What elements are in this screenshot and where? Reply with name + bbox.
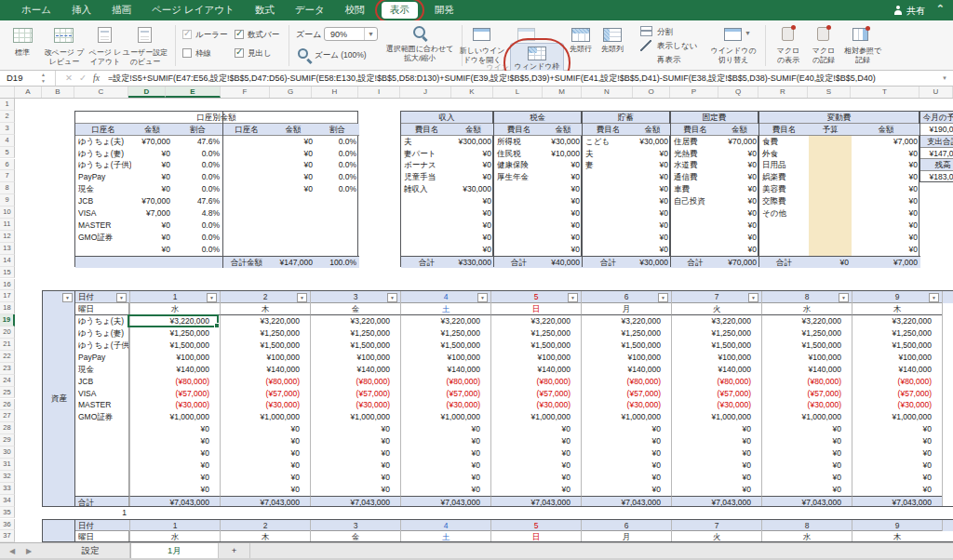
page-layout-view-button[interactable]: ページ レイアウト [87, 48, 124, 67]
cell[interactable]: ¥140,000 [671, 364, 761, 376]
tab-view-active-annotated[interactable]: 表示 [382, 2, 418, 19]
cell[interactable]: ¥0 [581, 484, 671, 496]
tab-formulas[interactable]: 数式 [255, 4, 275, 17]
sheet-nav-right-icon[interactable]: ▶ [26, 547, 32, 555]
cell[interactable]: ¥30,000 [544, 136, 583, 148]
cell[interactable]: ¥0 [581, 435, 671, 447]
cell[interactable] [583, 183, 634, 195]
cell[interactable]: ¥300,000 [452, 136, 494, 148]
cell[interactable]: ¥1,000,000 [671, 411, 761, 423]
cell[interactable]: (¥30,000) [581, 399, 671, 411]
cell[interactable]: ¥0 [310, 435, 400, 447]
column-header-A[interactable]: A [15, 87, 42, 98]
cell[interactable]: ¥0 [400, 447, 490, 460]
cell[interactable] [401, 220, 452, 232]
cell[interactable]: ¥0 [634, 232, 671, 244]
filter-button[interactable]: ▼ [748, 293, 758, 302]
cell[interactable]: ¥0 [761, 460, 852, 472]
row-header-9[interactable]: 9 [0, 194, 15, 207]
cell[interactable]: (¥30,000) [671, 399, 761, 411]
column-header-P[interactable]: P [670, 87, 718, 98]
cell[interactable]: ¥0 [634, 159, 671, 171]
cell[interactable]: 美容費 [759, 183, 809, 195]
cell[interactable] [222, 244, 271, 256]
cell[interactable]: ¥0 [131, 148, 173, 160]
custom-views-button[interactable]: ユーザー設定のビュー [121, 48, 169, 67]
cell[interactable] [315, 244, 359, 256]
day-of-week[interactable]: 火 [671, 303, 761, 315]
cell[interactable] [809, 232, 852, 244]
cell[interactable]: 住居費 [671, 136, 719, 148]
asset-total-value[interactable]: ¥7,043,000 [671, 496, 761, 507]
cell[interactable]: ¥3,220,000 [852, 315, 942, 327]
cell[interactable]: ¥70,000 [719, 136, 759, 148]
cell[interactable]: ¥0 [671, 472, 761, 484]
cell[interactable] [222, 159, 271, 171]
cell[interactable]: ¥0 [220, 447, 310, 460]
row-header-1[interactable]: 1 [0, 99, 15, 111]
day-of-week[interactable]: 木 [852, 303, 942, 315]
cell[interactable]: ¥0 [719, 232, 759, 244]
cell[interactable]: (¥30,000) [490, 399, 581, 411]
cell[interactable]: ¥0 [761, 435, 852, 447]
cell[interactable]: (¥80,000) [761, 376, 852, 388]
cell[interactable] [315, 232, 359, 244]
cell[interactable]: ¥1,250,000 [852, 327, 942, 340]
account-balance-table-total[interactable]: 合計金額 [222, 256, 271, 268]
cell[interactable]: ¥0 [490, 447, 581, 460]
cell[interactable] [271, 232, 315, 244]
cell[interactable]: ¥0 [544, 244, 583, 256]
income-table-total[interactable]: ¥330,000 [452, 256, 494, 268]
cell[interactable] [671, 220, 719, 232]
fixed-cost-table-total[interactable]: ¥70,000 [719, 256, 759, 268]
cell[interactable]: 47.6% [173, 136, 222, 148]
cell[interactable] [271, 220, 315, 232]
row-header-11[interactable]: 11 [0, 219, 15, 231]
cell[interactable]: ¥0 [452, 244, 494, 256]
cell[interactable]: 0.0% [315, 148, 359, 160]
cell[interactable]: 0.0% [173, 244, 222, 256]
cell[interactable]: ¥0 [634, 171, 671, 183]
row-header-8[interactable]: 8 [0, 182, 15, 194]
row-header-22[interactable]: 22 [0, 351, 15, 363]
cell[interactable]: (¥57,000) [129, 388, 220, 400]
cell[interactable]: ¥0 [852, 207, 920, 220]
day-of-week[interactable]: 水 [761, 303, 852, 315]
variable-cost-table-total[interactable]: ¥7,000 [852, 256, 920, 268]
column-header-G[interactable]: G [270, 87, 312, 98]
cell[interactable]: (¥57,000) [310, 388, 400, 400]
cell[interactable]: ¥140,000 [761, 364, 852, 376]
cell[interactable] [809, 148, 852, 160]
cell[interactable] [75, 244, 131, 256]
cell[interactable]: ¥0 [634, 244, 671, 256]
cell[interactable] [401, 207, 452, 220]
cell[interactable]: ¥0 [852, 472, 942, 484]
cell[interactable]: 自己投資 [671, 195, 719, 207]
date-number[interactable]: 3 [310, 520, 400, 532]
cell[interactable]: ¥1,250,000 [490, 327, 581, 340]
cell[interactable]: ボーナス [401, 159, 452, 171]
cell[interactable]: ¥0 [852, 460, 942, 472]
day-of-week[interactable]: 土 [400, 531, 490, 542]
cell[interactable] [583, 220, 634, 232]
cell[interactable]: ¥0 [129, 484, 220, 496]
cell[interactable]: ¥0 [761, 472, 852, 484]
cell[interactable]: ¥0 [400, 484, 490, 496]
cell[interactable]: ¥0 [761, 484, 852, 496]
cell[interactable] [222, 136, 271, 148]
headings-checkbox[interactable] [235, 48, 244, 58]
formula-input[interactable]: =設定!S5+SUMIF(E47:E56,設定!$B$5,D47:D56)-SU… [108, 71, 936, 86]
cell[interactable]: 日用品 [759, 159, 809, 171]
asset-total-label[interactable]: 合計 [75, 496, 129, 507]
cell[interactable]: ¥140,000 [581, 364, 671, 376]
cell[interactable]: 現金 [75, 183, 131, 195]
cell[interactable]: 住民税 [494, 148, 544, 160]
asset-row-label[interactable] [75, 447, 129, 460]
cell[interactable] [583, 207, 634, 220]
date-number[interactable]: 4 [400, 520, 490, 532]
column-header-B[interactable]: B [42, 87, 74, 98]
cell[interactable]: (¥80,000) [852, 376, 942, 388]
cell[interactable]: 0.0% [173, 171, 222, 183]
row-header-13[interactable]: 13 [0, 243, 15, 255]
row-header-16[interactable]: 16 [0, 279, 15, 291]
